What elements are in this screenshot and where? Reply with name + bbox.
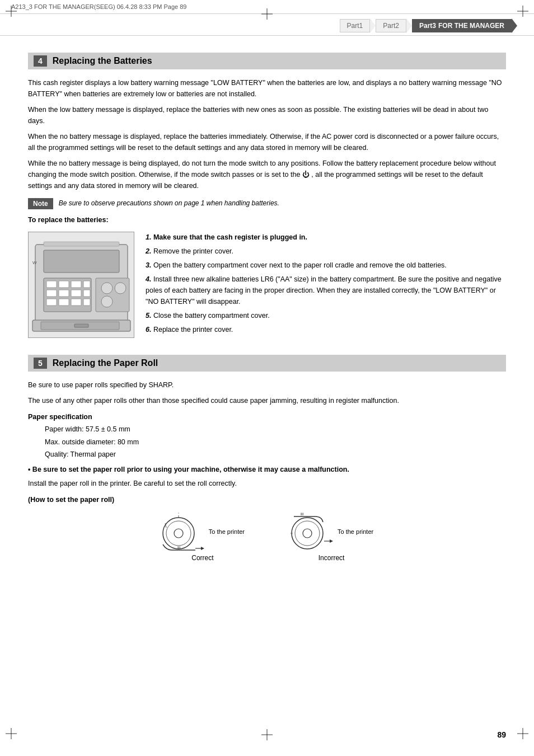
paper-roll-diagram: iii To the printer Correct: [28, 512, 506, 562]
replace-container: W 1. Make sure that the cash register is…: [28, 232, 506, 338]
incorrect-label: Incorrect: [318, 554, 345, 562]
step-4: 4. Install three new alkaline batteries …: [146, 274, 506, 307]
step-5: 5. Close the battery compartment cover.: [146, 310, 506, 321]
section5-number: 5: [34, 358, 47, 369]
paper-spec-3: Quality: Thermal paper: [45, 448, 506, 461]
svg-rect-21: [46, 299, 57, 306]
section4-title: Replacing the Batteries: [53, 56, 152, 66]
svg-marker-40: [201, 547, 204, 550]
svg-point-27: [115, 283, 126, 294]
install-text: Install the paper roll in the printer. B…: [28, 478, 506, 489]
reg-mark-tr: [517, 6, 528, 17]
svg-rect-25: [96, 278, 129, 312]
step-1: 1. Make sure that the cash register is p…: [146, 232, 506, 243]
note-label: Note: [28, 198, 53, 209]
svg-point-36: [174, 529, 183, 538]
svg-rect-16: [83, 281, 90, 288]
paper-spec-heading: Paper specification: [28, 413, 506, 421]
svg-rect-23: [71, 299, 81, 306]
svg-text:W: W: [32, 260, 37, 265]
reg-mark-tl: [6, 6, 17, 17]
reg-mark-br: [517, 728, 528, 739]
svg-rect-15: [71, 281, 81, 288]
svg-rect-11: [44, 250, 119, 273]
svg-marker-47: [330, 539, 333, 543]
correct-label: Correct: [191, 554, 213, 562]
section4-header: 4 Replacing the Batteries: [28, 53, 506, 69]
svg-rect-24: [83, 299, 90, 306]
to-printer-incorrect: To the printer: [338, 528, 373, 535]
step-6: 6. Replace the printer cover.: [146, 324, 506, 335]
svg-rect-19: [71, 290, 81, 297]
svg-rect-22: [59, 299, 69, 306]
paper-spec-1: Paper width: 57.5 ± 0.5 mm: [45, 423, 506, 436]
correct-visual: iii To the printer: [161, 512, 245, 551]
section4-para2: When the low battery message is displaye…: [28, 104, 506, 126]
reg-mark-bottom-center: [261, 729, 273, 742]
header-left-text: A213_3 FOR THE MANAGER(SEEG) 06.4.28 8:3…: [11, 3, 186, 10]
section5-header: 5 Replacing the Paper Roll: [28, 355, 506, 372]
paper-specs: Paper width: 57.5 ± 0.5 mm Max. outside …: [45, 423, 506, 461]
svg-text:iii: iii: [301, 512, 304, 516]
nav-arrow2: [406, 18, 412, 33]
nav-parts: Part1 Part2 Part3 FOR THE MANAGER: [340, 18, 517, 33]
cash-register-svg: W: [30, 233, 133, 337]
page-number: 89: [497, 730, 506, 739]
svg-rect-17: [46, 290, 57, 297]
nav-part1[interactable]: Part1: [340, 19, 371, 32]
note-box: Note Be sure to observe precautions show…: [28, 198, 506, 209]
section5-intro1: Be sure to use paper rolls specified by …: [28, 379, 506, 391]
incorrect-roll-svg: iii: [289, 512, 334, 551]
section5-title: Replacing the Paper Roll: [53, 358, 158, 368]
svg-rect-32: [74, 324, 88, 327]
svg-rect-13: [46, 281, 57, 288]
section4-para1: This cash register displays a low batter…: [28, 77, 506, 100]
cash-register-image: W: [28, 232, 134, 338]
incorrect-visual: iii To the printer: [289, 512, 373, 551]
correct-diagram: iii To the printer Correct: [161, 512, 245, 562]
svg-point-44: [295, 521, 320, 546]
nav-arrow1: [370, 18, 376, 33]
svg-point-43: [292, 518, 323, 549]
svg-rect-20: [83, 290, 90, 297]
steps-list: 1. Make sure that the cash register is p…: [146, 232, 506, 335]
to-replace-label: To replace the batteries:: [28, 216, 506, 224]
note-text: Be sure to observe precautions shown on …: [59, 198, 279, 208]
nav-part2[interactable]: Part2: [376, 19, 406, 32]
correct-roll-svg: iii: [161, 512, 205, 551]
svg-point-45: [303, 529, 312, 538]
nav-arrow3: [512, 18, 517, 33]
svg-rect-18: [59, 290, 69, 297]
paper-spec-2: Max. outside diameter: 80 mm: [45, 436, 506, 449]
svg-point-28: [101, 296, 113, 307]
svg-text:iii: iii: [177, 545, 181, 550]
reg-mark-bl: [6, 728, 17, 739]
section4-para4: While the no battery message is being di…: [28, 158, 506, 191]
how-to-heading: (How to set the paper roll): [28, 496, 506, 504]
to-printer-correct: To the printer: [209, 528, 245, 535]
section5-intro2: The use of any other paper rolls other t…: [28, 395, 506, 406]
replace-steps: 1. Make sure that the cash register is p…: [146, 232, 506, 338]
section4-para3: When the no battery message is displayed…: [28, 131, 506, 153]
svg-rect-14: [59, 281, 69, 288]
page: A213_3 FOR THE MANAGER(SEEG) 06.4.28 8:3…: [0, 0, 534, 756]
main-content: 4 Replacing the Batteries This cash regi…: [0, 36, 534, 573]
section4-number: 4: [34, 55, 47, 67]
incorrect-diagram: iii To the printer Incorrect: [289, 512, 373, 562]
svg-rect-29: [44, 242, 119, 246]
svg-point-26: [101, 283, 113, 294]
bold-note: • Be sure to set the paper roll prior to…: [28, 466, 506, 473]
svg-point-34: [163, 518, 194, 549]
step-2: 2. Remove the printer cover.: [146, 246, 506, 257]
svg-point-35: [166, 521, 191, 546]
step-3: 3. Open the battery compartment cover ne…: [146, 260, 506, 271]
reg-mark-top-center: [261, 8, 273, 21]
nav-part3[interactable]: Part3 FOR THE MANAGER: [412, 19, 512, 32]
